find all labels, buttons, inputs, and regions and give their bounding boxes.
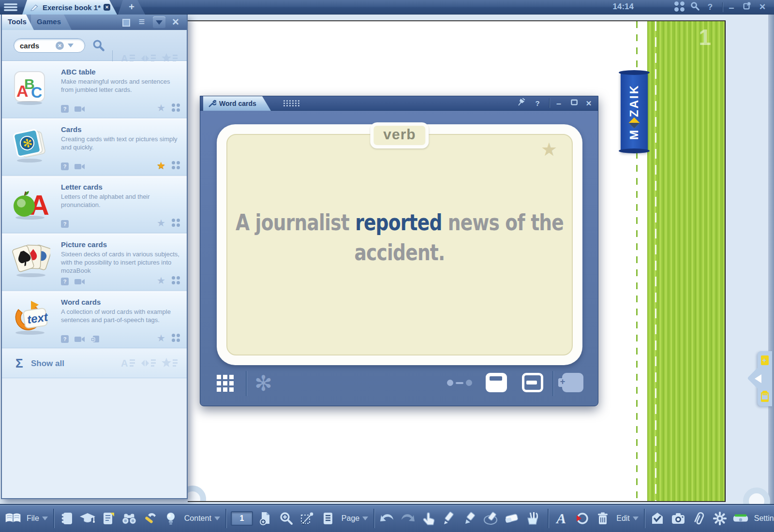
help-icon[interactable]: ? — [61, 163, 69, 170]
tile-menu-icon[interactable] — [172, 161, 180, 169]
graduation-cap-icon[interactable] — [79, 510, 96, 527]
apps-grid-icon[interactable] — [674, 1, 685, 12]
record-icon[interactable] — [574, 510, 590, 527]
lesson-report-icon[interactable] — [100, 510, 117, 527]
ornament-icon[interactable]: ✻ — [254, 371, 272, 396]
list-item-letter-cards[interactable]: A Letter cards Letters of the alphabet a… — [2, 177, 187, 233]
file-menu[interactable]: File — [26, 514, 49, 523]
attachment-paperclip-icon[interactable] — [691, 510, 707, 527]
restore-icon[interactable] — [741, 1, 753, 13]
search-history-chevron-icon[interactable] — [68, 44, 74, 47]
undo-icon[interactable] — [379, 510, 395, 527]
video-icon[interactable] — [74, 163, 85, 170]
favorite-star-icon[interactable]: ★ — [157, 275, 165, 286]
dialog-close-icon[interactable]: ✕ — [582, 98, 595, 109]
mozaik-ribbon-bookmark[interactable]: MZAIK — [621, 72, 648, 152]
layout-toggle-icon[interactable] — [732, 510, 749, 527]
page-menu[interactable]: Page — [341, 514, 369, 523]
page-number-box[interactable]: 1 — [231, 511, 253, 526]
card-grid-view-icon[interactable] — [217, 375, 234, 392]
video-icon[interactable] — [74, 278, 85, 285]
sort-direction-icon-disabled[interactable] — [141, 357, 156, 371]
favorite-star-icon[interactable]: ★ — [157, 332, 165, 344]
add-page-shortcut-icon[interactable] — [761, 355, 769, 365]
help-icon[interactable]: ? — [704, 1, 716, 13]
sort-favorites-icon-disabled[interactable] — [162, 357, 178, 371]
tile-menu-icon[interactable] — [172, 334, 180, 342]
help-icon[interactable]: ? — [61, 220, 69, 228]
sort-alphabetical-icon-disabled[interactable]: A — [121, 357, 135, 371]
help-icon[interactable]: ? — [61, 278, 69, 285]
help-icon[interactable]: ? — [61, 105, 69, 113]
clear-search-icon[interactable]: ✕ — [56, 42, 64, 50]
clipboard-shortcut-icon[interactable] — [761, 392, 769, 402]
list-item-picture-cards[interactable]: Picture cards Sixteen decks of cards in … — [2, 234, 187, 291]
homework-check-icon[interactable] — [649, 510, 666, 527]
video-icon[interactable] — [74, 336, 85, 343]
tile-menu-icon[interactable] — [172, 103, 180, 112]
dialog-pin-icon[interactable] — [515, 98, 527, 109]
dialog-help-icon[interactable]: ? — [531, 98, 544, 109]
tab-close-icon[interactable]: ✕ — [104, 4, 110, 11]
idea-bulb-icon[interactable] — [163, 510, 179, 527]
panel-close-icon[interactable]: ✕ — [169, 16, 182, 28]
list-item-word-cards[interactable]: text Word cards A collection of word car… — [2, 292, 187, 348]
dialog-titlebar[interactable]: Word cards ? – ✕ — [200, 96, 598, 111]
select-transform-icon[interactable] — [299, 510, 315, 527]
card-front-view-icon[interactable] — [486, 373, 507, 392]
panel-window-mode-icon[interactable] — [120, 16, 133, 28]
list-item-cards[interactable]: ✻ Cards Creating cards with text or pict… — [2, 119, 187, 176]
list-item-abc-table[interactable]: BAC ABC table Make meaningful words and … — [2, 61, 187, 118]
tab-games[interactable]: Games — [31, 15, 72, 30]
open-panel-arrow-icon[interactable] — [755, 374, 761, 383]
camera-snapshot-icon[interactable] — [670, 510, 686, 527]
tools-hammer-icon[interactable] — [142, 510, 158, 527]
open-book-icon[interactable] — [5, 510, 21, 527]
new-tab-button[interactable]: + — [118, 0, 145, 15]
video-icon[interactable] — [74, 105, 85, 113]
panel-dropdown-icon[interactable] — [153, 16, 165, 28]
tile-menu-icon[interactable] — [172, 219, 180, 227]
panel-list-view-icon[interactable] — [135, 16, 148, 28]
pointer-hand-icon[interactable] — [420, 510, 437, 527]
exercise-book-tab[interactable]: Exercise book 1* ✕ — [22, 0, 117, 15]
edit-menu[interactable]: Edit — [615, 514, 640, 523]
delete-trash-icon[interactable] — [595, 510, 611, 527]
page-outline-icon[interactable] — [320, 510, 336, 527]
pen-icon[interactable] — [441, 510, 458, 527]
freehand-pen-icon[interactable] — [483, 510, 499, 527]
search-icon[interactable] — [689, 1, 700, 13]
binoculars-icon[interactable] — [121, 510, 137, 527]
text-tool-icon[interactable]: A — [553, 510, 569, 527]
show-all-label[interactable]: Show all — [31, 359, 64, 369]
pager-dots-icon[interactable] — [447, 380, 472, 386]
close-icon[interactable]: ✕ — [757, 1, 768, 13]
insert-card-icon[interactable] — [91, 335, 100, 343]
help-icon[interactable]: ? — [61, 335, 69, 343]
card-star-icon[interactable]: ★ — [541, 139, 557, 160]
favorite-star-icon[interactable]: ★ — [157, 102, 165, 114]
zoom-in-icon[interactable] — [278, 510, 295, 527]
add-card-icon[interactable] — [562, 373, 583, 392]
redo-icon[interactable] — [400, 510, 416, 527]
highlighter-icon[interactable] — [462, 510, 478, 527]
favorite-star-icon[interactable]: ★ — [157, 217, 165, 229]
add-page-icon[interactable] — [257, 510, 274, 527]
content-menu[interactable]: Content — [183, 514, 221, 523]
dialog-minimize-icon[interactable]: – — [552, 98, 565, 109]
settings-gear-icon[interactable] — [712, 510, 728, 527]
tile-menu-icon[interactable] — [172, 276, 180, 284]
search-field[interactable]: ✕ — [14, 38, 85, 53]
main-menu-icon[interactable] — [4, 2, 17, 12]
minimize-icon[interactable]: – — [726, 1, 737, 13]
settings-menu[interactable]: Settings — [753, 514, 774, 523]
card-back-view-icon[interactable] — [522, 373, 543, 392]
dialog-drag-grip[interactable] — [283, 100, 300, 106]
show-all-row[interactable]: Σ Show all A — [2, 349, 187, 378]
search-input[interactable] — [20, 42, 56, 50]
side-panel-handle[interactable] — [758, 351, 772, 406]
favorite-star-icon-active[interactable]: ★ — [157, 160, 165, 171]
tab-tools[interactable]: Tools — [2, 15, 34, 30]
search-button[interactable] — [92, 39, 105, 54]
pen-holder-icon[interactable] — [524, 510, 541, 527]
